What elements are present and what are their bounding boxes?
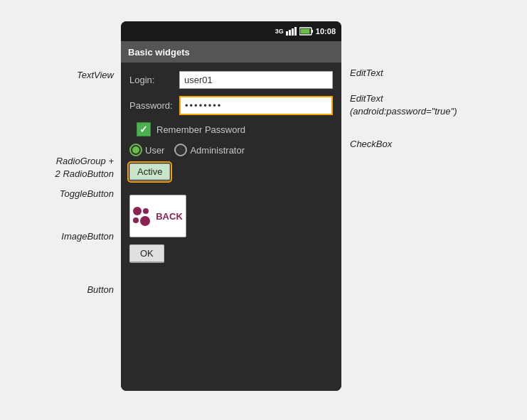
radio-user-button[interactable] (129, 144, 142, 156)
phone-frame: 3G 10:08 Basic widgets (121, 21, 341, 391)
remember-label: Remember Password (156, 124, 245, 135)
ok-button[interactable]: OK (129, 244, 164, 263)
dot (133, 207, 142, 215)
phone-body: Basic widgets Login: Password: ✓ (121, 41, 341, 391)
image-button-content: BACK (133, 207, 183, 226)
login-row: Login: (129, 71, 333, 89)
radio-admin[interactable]: Administrator (174, 144, 245, 156)
password-input[interactable] (179, 96, 333, 115)
status-icons: 3G 10:08 (275, 27, 336, 36)
edittext-password-annotation: EditText(android:password="true") (350, 92, 457, 118)
dot (140, 216, 150, 226)
button-annotation: Button (14, 284, 114, 295)
toggle-button[interactable]: Active (129, 163, 170, 181)
main-container: TextView RadioGroup +2 RadioButton Toggl… (0, 0, 527, 420)
dot-row-1 (133, 207, 150, 215)
login-label: Login: (129, 75, 179, 85)
checkmark-icon: ✓ (139, 124, 148, 135)
radio-user-label: User (145, 145, 164, 156)
radio-group: User Administrator (129, 144, 333, 156)
radiogroup-annotation: RadioGroup +2 RadioButton (4, 155, 114, 181)
signal-icon (286, 27, 297, 36)
radio-admin-label: Administrator (190, 145, 245, 156)
status-bar: 3G 10:08 (121, 21, 341, 41)
network-indicator: 3G (275, 28, 284, 35)
radio-user[interactable]: User (129, 144, 164, 156)
edittext-annotation: EditText (350, 68, 383, 78)
radio-user-indicator (132, 146, 139, 154)
svg-rect-3 (294, 27, 297, 36)
svg-rect-6 (300, 29, 309, 34)
image-button[interactable]: BACK (129, 195, 186, 237)
content-area: Login: Password: ✓ Remember Password (121, 63, 341, 391)
svg-rect-1 (289, 30, 291, 36)
imagebutton-annotation: ImageButton (14, 231, 114, 242)
back-label: BACK (156, 211, 183, 222)
toggle-button-container: Active (129, 163, 333, 188)
clock: 10:08 (316, 27, 336, 36)
login-input[interactable] (179, 71, 333, 89)
image-button-container: BACK (129, 195, 333, 237)
svg-rect-0 (286, 31, 288, 36)
checkbox-annotation: CheckBox (350, 139, 392, 149)
textview-annotation: TextView (14, 70, 114, 80)
svg-rect-5 (312, 30, 313, 33)
dot (133, 217, 139, 223)
dot (143, 208, 149, 214)
battery-icon (299, 27, 314, 36)
remember-checkbox[interactable]: ✓ (137, 122, 151, 136)
password-label: Password: (129, 100, 179, 111)
ok-button-container: OK (129, 244, 333, 263)
app-title: Basic widgets (128, 47, 190, 58)
dot-decoration (133, 207, 150, 226)
remember-password-row: ✓ Remember Password (129, 122, 333, 136)
password-row: Password: (129, 96, 333, 115)
svg-rect-2 (292, 28, 294, 36)
title-bar: Basic widgets (121, 41, 341, 63)
radio-admin-button[interactable] (174, 144, 187, 156)
dot-row-2 (133, 217, 150, 226)
togglebutton-annotation: ToggleButton (14, 188, 114, 199)
